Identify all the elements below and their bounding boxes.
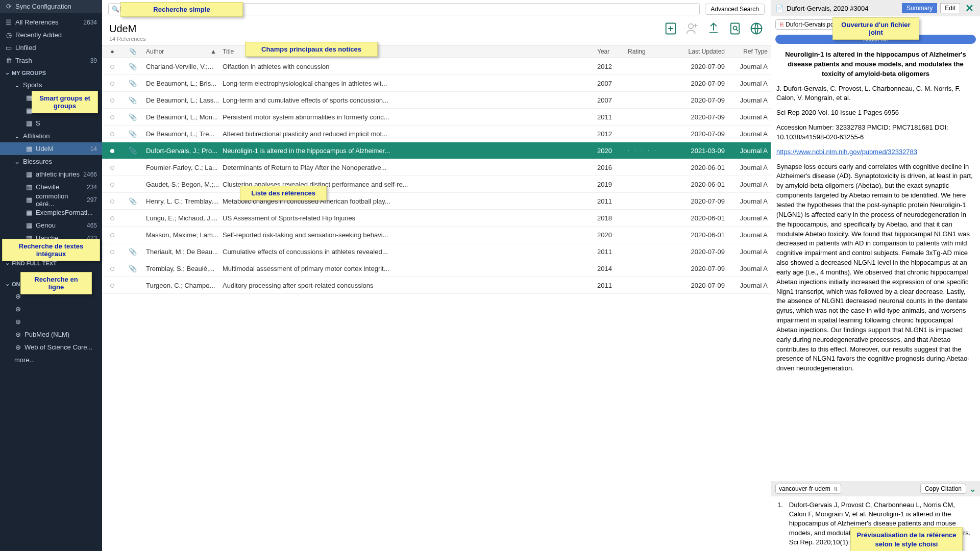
cell-author: Henry, L. C.; Tremblay,... [143,197,219,205]
group-affiliation[interactable]: ⌄ Affiliation [0,130,102,142]
table-row[interactable]: 📎 Tremblay, S.; Beaulé,... Multimodal as… [102,260,771,277]
svg-rect-2 [731,23,739,34]
cell-type: Journal A [730,147,771,155]
cell-title: Olfaction in athletes with concussion [219,63,597,70]
table-row[interactable]: 📎 Charland-Verville, V.;... Olfaction in… [102,58,771,75]
unread-dot [102,231,122,239]
table-row[interactable]: 📎 Henry, L. C.; Tremblay,... Metabolic c… [102,193,771,210]
cell-year: 2011 [597,282,628,289]
reference-ids: Accession Number: 32332783 PMCID: PMC718… [776,123,975,142]
recently-added[interactable]: ◷ Recently Added [0,29,102,41]
col-updated[interactable]: Last Updated [674,48,730,55]
all-references[interactable]: ☰ All References 2634 [0,16,102,29]
callout-list: Liste des références [240,186,327,201]
cell-title: Auditory processing after sport-related … [219,282,597,289]
my-groups-header[interactable]: ⌄ MY GROUPS [0,67,102,79]
group-item[interactable]: ▦athletic injuries2466 [0,168,102,181]
col-type[interactable]: Ref Type [730,48,771,55]
attachment-chip[interactable]: ⎘ Dufort-Gervais.pdf [775,19,840,30]
col-unread[interactable]: ● [102,48,122,55]
cell-updated: 2020-06-01 [674,231,730,239]
unread-dot [102,282,122,289]
group-item[interactable]: ▦commotion céré...297 [0,193,102,206]
callout-file: Ouverture d'un fichier joint [832,17,919,40]
col-attachment[interactable]: 📎 [122,48,143,55]
online-wos[interactable]: ⊕ Web of Science Core... [0,341,102,354]
group-child[interactable]: ▦S [0,117,102,130]
group-icon: ▦ [26,222,33,229]
table-row[interactable]: Fournier-Farley, C.; La... Determinants … [102,159,771,176]
col-author[interactable]: Author ▲ [143,48,219,55]
globe-icon: ⊕ [14,331,21,338]
table-row[interactable]: Lungu, E.; Michaud, J.... US Assessment … [102,210,771,227]
new-reference-icon[interactable] [664,21,678,36]
cell-updated: 2020-07-09 [674,197,730,205]
attachment-icon: 📎 [122,197,143,205]
cell-author: Tremblay, S.; Beaulé,... [143,265,219,272]
group-item[interactable]: ▦ExemplesFormati... [0,206,102,219]
online-pubmed[interactable]: ⊕ PubMed (NLM) [0,328,102,341]
search-icon: 🔍 [112,6,119,13]
cell-title: Multimodal assessment of primary motor c… [219,265,597,272]
table-row[interactable]: 📎 De Beaumont, L.; Bris... Long-term ele… [102,75,771,92]
table-row[interactable]: Turgeon, C.; Champo... Auditory processi… [102,277,771,294]
reference-journal: Sci Rep 2020 Vol. 10 Issue 1 Pages 6956 [776,108,975,118]
callout-online: Recherche en ligne [20,272,92,294]
cell-title: Long-term and cumulative effects of spor… [219,96,597,104]
online-more[interactable]: more... [0,354,102,366]
citation-style-select[interactable]: vancouver-fr-udem ⇅ [775,484,841,494]
chevron-down-icon: ⌄ [14,132,20,140]
cell-updated: 2020-07-09 [674,63,730,70]
cell-updated: 2020-07-09 [674,80,730,87]
svg-point-1 [689,24,693,29]
unread-dot [102,181,122,188]
group-udem[interactable]: ▦ UdeM 14 [0,142,102,155]
cell-author: Lungu, E.; Michaud, J.... [143,214,219,222]
group-item[interactable]: ▦Cheville234 [0,181,102,193]
trash[interactable]: 🗑 Trash 39 [0,54,102,67]
add-user-icon[interactable] [685,21,699,36]
search-bar-row: 🔍 Advanced Search Recherche simple [102,0,771,18]
online-source[interactable]: ⊕ [0,303,102,315]
cell-year: 2019 [597,181,628,188]
summary-tab[interactable]: Summary [902,3,937,13]
expand-icon[interactable]: ⌄ [969,484,976,494]
reference-url[interactable]: https://www.ncbi.nlm.nih.gov/pubmed/3233… [776,148,917,156]
copy-citation-button[interactable]: Copy Citation [920,484,966,494]
table-row[interactable]: Masson, Maxime; Lam... Self-reported ris… [102,227,771,243]
cell-updated: 2020-07-09 [674,130,730,138]
cell-title: Cumulative effects of concussions in ath… [219,248,597,256]
table-row[interactable]: 📎 De Beaumont, L.; Mon... Persistent mot… [102,109,771,126]
globe-icon: ⊕ [14,306,21,313]
web-icon[interactable] [749,21,764,36]
unread-dot [102,265,122,272]
unread-dot [102,197,122,205]
advanced-search-button[interactable]: Advanced Search [705,4,765,15]
table-row[interactable]: Gaudet, S.; Begon, M.;... Clustering ana… [102,176,771,193]
cell-updated: 2020-06-01 [674,181,730,188]
find-pdf-icon[interactable] [728,21,742,36]
col-year[interactable]: Year [597,48,628,55]
cell-title: Persistent motor system abnormalities in… [219,113,597,121]
close-icon[interactable]: ✕ [963,2,976,14]
online-source[interactable]: ⊕ [0,315,102,328]
table-row[interactable]: 📎 Dufort-Gervais, J.; Pro... Neuroligin-… [102,142,771,159]
attachment-icon: 📎 [122,248,143,256]
col-rating[interactable]: Rating [628,48,674,55]
export-icon[interactable] [706,21,721,36]
reference-list: Liste des références 📎 Charland-Verville… [102,58,771,294]
cell-author: Fournier-Farley, C.; La... [143,164,219,171]
table-row[interactable]: 📎 Theriault, M.; De Beau... Cumulative e… [102,243,771,260]
cell-year: 2020 [597,231,628,239]
table-row[interactable]: 📎 De Beaumont, L.; Lass... Long-term and… [102,92,771,109]
table-row[interactable]: 📎 De Beaumont, L.; Tre... Altered bidire… [102,126,771,142]
attachment-icon: 📎 [122,113,143,121]
group-blessures[interactable]: ⌄ Blessures [0,155,102,168]
edit-tab[interactable]: Edit [940,3,960,13]
sync-config[interactable]: ⟳ Sync Configuration [0,0,102,13]
group-item[interactable]: ▦Genou465 [0,219,102,232]
unfiled[interactable]: ▭ Unfiled [0,41,102,54]
pdf-icon: ⎘ [780,21,783,28]
group-sports[interactable]: ⌄ Sports [0,79,102,91]
action-icons [664,21,764,36]
